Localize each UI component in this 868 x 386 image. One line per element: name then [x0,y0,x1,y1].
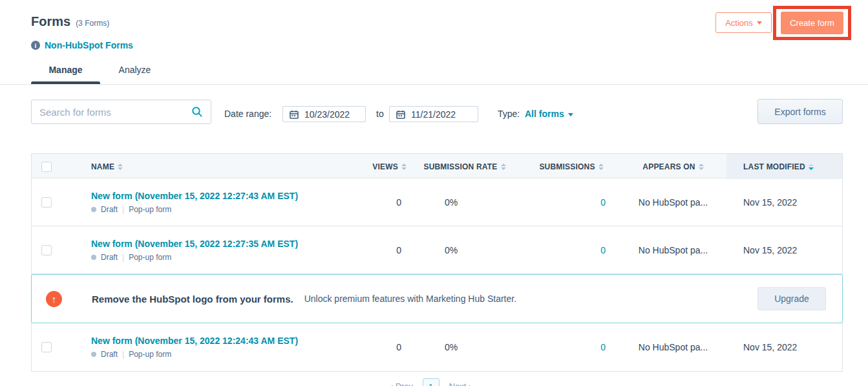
non-hubspot-forms-link[interactable]: Non-HubSpot Forms [45,40,133,50]
forms-table: NAME VIEWS SUBMISSION RATE SUBMISSIONS A… [31,153,843,372]
form-name-link[interactable]: New form (November 15, 2022 12:24:43 AM … [91,336,298,346]
form-meta: Draft | Pop-up form [91,253,335,262]
calendar-icon [290,110,299,119]
form-name-link[interactable]: New form (November 15, 2022 12:27:43 AM … [91,191,298,201]
info-icon: i [31,41,40,50]
upgrade-arrow-icon: ↑ [46,291,62,307]
export-forms-button[interactable]: Export forms [757,99,843,124]
submissions-link[interactable]: 0 [600,342,606,352]
type-label: Type: [498,109,520,119]
date-from-value: 10/23/2022 [304,109,350,120]
column-header-appears-on[interactable]: APPEARS ON [620,154,726,179]
form-type-label: Pop-up form [129,205,171,214]
date-to-value: 11/21/2022 [411,109,456,120]
form-type-label: Pop-up form [129,350,171,359]
form-meta: Draft | Pop-up form [91,205,335,214]
draft-status-dot [91,352,96,357]
pagination: ‹ Prev 1 Next › [390,378,471,386]
chevron-down-icon [568,113,573,116]
row-checkbox[interactable] [41,197,52,208]
last-modified-value: Nov 15, 2022 [726,245,842,255]
status-label: Draft [101,253,118,262]
upgrade-button[interactable]: Upgrade [757,287,826,310]
column-header-views[interactable]: VIEWS [335,154,407,179]
forms-page: Forms(3 Forms) Actions Create form i Non… [0,0,868,386]
upgrade-banner: ↑ Remove the HubSpot logo from your form… [31,274,843,323]
type-dropdown-value: All forms [525,109,564,119]
table-row: New form (November 15, 2022 12:24:43 AM … [32,323,842,371]
pagination-page-1[interactable]: 1 [423,378,439,386]
column-header-last-modified[interactable]: LAST MODIFIED [726,154,842,179]
divider [0,84,868,85]
page-title-text: Forms [31,14,70,28]
appears-on-value: No HubSpot pa... [620,245,726,255]
chevron-down-icon [757,21,762,25]
form-name-link[interactable]: New form (November 15, 2022 12:27:35 AM … [91,239,298,249]
appears-on-value: No HubSpot pa... [620,197,726,208]
search-input[interactable] [32,107,191,118]
row-checkbox[interactable] [41,245,52,255]
sort-icon[interactable] [118,164,123,170]
draft-status-dot [91,255,96,260]
submission-rate-value: 0% [407,197,523,208]
row-checkbox[interactable] [41,342,52,352]
last-modified-value: Nov 15, 2022 [726,342,842,352]
submissions-link[interactable]: 0 [600,197,606,208]
table-row: New form (November 15, 2022 12:27:35 AM … [32,226,842,274]
submission-rate-value: 0% [407,342,523,352]
form-type-label: Pop-up form [129,253,171,262]
submission-rate-value: 0% [407,245,523,255]
select-all-checkbox[interactable] [41,162,52,172]
sort-descending-icon[interactable] [809,164,814,170]
views-value: 0 [335,342,407,352]
table-header-row: NAME VIEWS SUBMISSION RATE SUBMISSIONS A… [32,153,842,178]
to-label: to [376,109,384,119]
type-dropdown[interactable]: All forms [525,109,573,119]
pagination-next[interactable]: Next › [449,378,472,386]
table-row: New form (November 15, 2022 12:27:43 AM … [32,178,842,226]
appears-on-value: No HubSpot pa... [620,342,726,352]
sort-icon[interactable] [699,164,704,170]
search-icon[interactable] [191,106,203,118]
actions-button[interactable]: Actions [715,12,772,33]
sort-icon[interactable] [501,164,506,170]
status-label: Draft [101,350,118,359]
views-value: 0 [335,245,407,255]
last-modified-value: Nov 15, 2022 [726,197,842,208]
non-hubspot-forms-row: i Non-HubSpot Forms [31,40,133,50]
date-range-label: Date range: [224,109,271,119]
sort-icon[interactable] [401,164,407,170]
select-all-cell [32,154,61,179]
column-header-submissions[interactable]: SUBMISSIONS [523,154,620,179]
search-box [31,100,211,124]
sort-icon[interactable] [598,164,604,170]
date-to-input[interactable]: 11/21/2022 [389,106,478,122]
forms-count: (3 Forms) [76,19,109,28]
column-header-name[interactable]: NAME [61,154,335,179]
status-label: Draft [101,205,118,214]
views-value: 0 [335,197,407,208]
form-meta: Draft | Pop-up form [91,350,335,359]
date-from-input[interactable]: 10/23/2022 [282,106,366,122]
highlight-annotation: Create form [773,6,851,40]
pagination-prev[interactable]: ‹ Prev [390,378,413,386]
tab-analyze[interactable]: Analyze [100,61,169,87]
actions-button-label: Actions [725,18,753,28]
banner-headline: Remove the HubSpot logo from your forms. [92,294,293,305]
submissions-link[interactable]: 0 [600,245,606,255]
calendar-icon [396,110,405,119]
draft-status-dot [91,207,96,212]
banner-description: Unlock premium features with Marketing H… [304,294,516,304]
create-form-button[interactable]: Create form [781,12,843,34]
column-header-submission-rate[interactable]: SUBMISSION RATE [407,154,523,179]
page-title: Forms(3 Forms) [31,14,109,29]
